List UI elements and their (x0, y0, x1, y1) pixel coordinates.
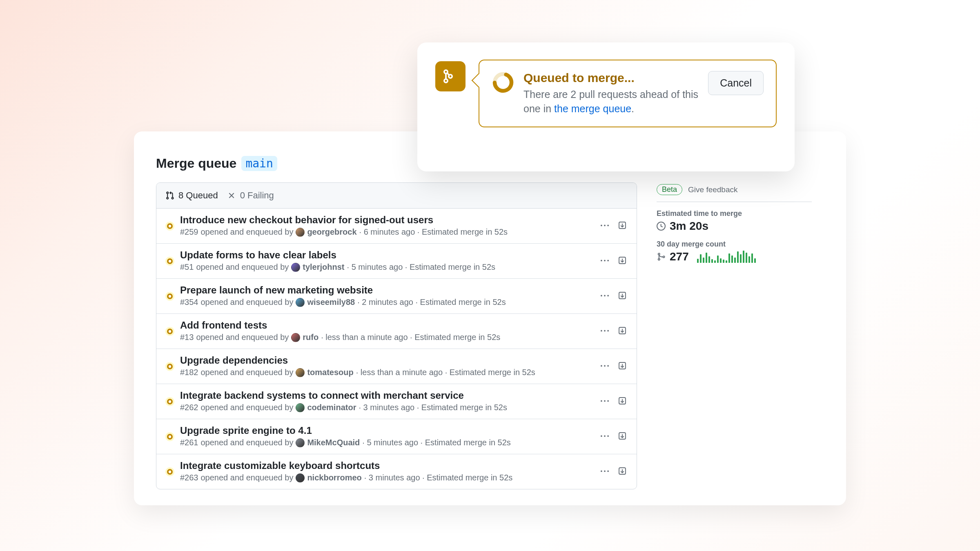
dequeue-button[interactable] (618, 256, 628, 266)
svg-point-30 (169, 470, 171, 473)
status-pending-icon (165, 327, 174, 336)
queue-item[interactable]: Integrate backend systems to connect wit… (156, 384, 637, 419)
queue-item[interactable]: Integrate customizable keyboard shortcut… (156, 454, 637, 489)
author-link[interactable]: tylerjohnst (303, 262, 344, 272)
queue-item[interactable]: Add frontend tests #13 opened and enqueu… (156, 314, 637, 349)
svg-point-2 (169, 224, 171, 227)
queue-item[interactable]: Update forms to have clear labels #51 op… (156, 244, 637, 279)
page-title: Merge queue (156, 156, 236, 171)
spinner-icon (492, 71, 514, 94)
merge-count-label: 30 day merge count (657, 240, 812, 249)
queue-item[interactable]: Upgrade dependencies #182 opened and enq… (156, 349, 637, 384)
item-meta: #13 opened and enqueued by rufo · less t… (180, 333, 599, 342)
svg-point-22 (169, 400, 171, 402)
svg-point-14 (169, 330, 171, 332)
clock-icon (657, 222, 666, 231)
dequeue-button[interactable] (618, 467, 628, 476)
kebab-menu-button[interactable] (599, 220, 610, 231)
author-link[interactable]: tomatesoup (307, 368, 353, 377)
pr-number[interactable]: #261 (180, 438, 198, 447)
pr-number[interactable]: #51 (180, 262, 194, 272)
pr-number[interactable]: #259 (180, 227, 198, 237)
queued-count: 8 Queued (178, 190, 218, 201)
beta-badge: Beta (657, 184, 682, 195)
author-link[interactable]: MikeMcQuaid (307, 438, 360, 447)
callout-desc: There are 2 pull requests ahead of this … (523, 87, 699, 116)
status-pending-icon (165, 467, 174, 476)
merge-count-row: 277 (657, 250, 812, 263)
git-merge-queue-icon (441, 67, 459, 85)
author-link[interactable]: georgebrock (307, 227, 356, 237)
item-title[interactable]: Prepare launch of new marketing website (180, 284, 599, 296)
avatar[interactable] (296, 368, 305, 377)
item-meta: #354 opened and enqueued by wiseemily88 … (180, 298, 599, 307)
kebab-menu-button[interactable] (599, 255, 610, 267)
queued-callout: Queued to merge... There are 2 pull requ… (417, 42, 795, 171)
queue-item[interactable]: Prepare launch of new marketing website … (156, 279, 637, 314)
status-pending-icon (165, 432, 174, 441)
kebab-menu-button[interactable] (599, 325, 610, 337)
avatar[interactable] (296, 298, 305, 307)
item-title[interactable]: Add frontend tests (180, 320, 599, 331)
pr-number[interactable]: #262 (180, 403, 198, 412)
merge-queue-card: Merge queue main 8 Queued 0 Failing Intr… (134, 131, 846, 505)
status-pending-icon (165, 257, 174, 266)
author-link[interactable]: codeminator (307, 403, 356, 412)
svg-point-18 (169, 365, 171, 367)
queue-item[interactable]: Upgrade sprite engine to 4.1 #261 opened… (156, 419, 637, 454)
author-link[interactable]: rufo (303, 333, 318, 342)
git-pull-request-icon (165, 191, 174, 200)
avatar[interactable] (296, 228, 305, 237)
item-title[interactable]: Update forms to have clear labels (180, 249, 599, 261)
avatar[interactable] (296, 403, 305, 412)
kebab-menu-button[interactable] (599, 466, 610, 477)
author-link[interactable]: wiseemily88 (307, 298, 355, 307)
merge-queue-link[interactable]: the merge queue (554, 103, 631, 114)
dequeue-button[interactable] (618, 326, 628, 336)
give-feedback-link[interactable]: Give feedback (688, 185, 737, 194)
queue-list: Introduce new checkout behavior for sign… (156, 209, 637, 489)
sparkline-chart (697, 251, 756, 263)
cancel-button[interactable]: Cancel (708, 71, 764, 95)
avatar[interactable] (291, 263, 300, 272)
kebab-menu-button[interactable] (599, 395, 610, 407)
item-title[interactable]: Integrate backend systems to connect wit… (180, 390, 599, 401)
queue-item[interactable]: Introduce new checkout behavior for sign… (156, 209, 637, 244)
merge-queue-badge (435, 61, 466, 91)
dequeue-button[interactable] (618, 431, 628, 441)
item-meta: #263 opened and enqueued by nickborromeo… (180, 473, 599, 482)
item-meta: #259 opened and enqueued by georgebrock … (180, 227, 599, 237)
beta-row: Beta Give feedback (657, 184, 812, 202)
kebab-menu-button[interactable] (599, 360, 610, 372)
status-pending-icon (165, 397, 174, 406)
failing-stat: 0 Failing (227, 190, 274, 201)
avatar[interactable] (296, 473, 305, 482)
eta-label: Estimated time to merge (657, 209, 812, 218)
status-pending-icon (165, 362, 174, 371)
queue-header: 8 Queued 0 Failing (156, 183, 637, 209)
pr-number[interactable]: #263 (180, 473, 198, 482)
pr-number[interactable]: #354 (180, 298, 198, 307)
kebab-menu-button[interactable] (599, 290, 610, 302)
dequeue-button[interactable] (618, 361, 628, 371)
dequeue-button[interactable] (618, 396, 628, 406)
item-meta: #262 opened and enqueued by codeminator … (180, 403, 599, 412)
avatar[interactable] (291, 333, 300, 342)
pr-number[interactable]: #182 (180, 368, 198, 377)
pr-number[interactable]: #13 (180, 333, 194, 342)
content-row: 8 Queued 0 Failing Introduce new checkou… (156, 182, 824, 489)
item-meta: #182 opened and enqueued by tomatesoup ·… (180, 368, 599, 377)
branch-tag[interactable]: main (241, 156, 277, 171)
item-title[interactable]: Upgrade sprite engine to 4.1 (180, 425, 599, 436)
avatar[interactable] (296, 438, 305, 447)
callout-box: Queued to merge... There are 2 pull requ… (479, 60, 777, 127)
item-title[interactable]: Introduce new checkout behavior for sign… (180, 214, 599, 226)
dequeue-button[interactable] (618, 291, 628, 301)
author-link[interactable]: nickborromeo (307, 473, 361, 482)
item-title[interactable]: Upgrade dependencies (180, 355, 599, 366)
callout-title: Queued to merge... (523, 71, 699, 85)
dequeue-button[interactable] (618, 221, 628, 231)
eta-value-row: 3m 20s (657, 220, 812, 233)
item-title[interactable]: Integrate customizable keyboard shortcut… (180, 460, 599, 471)
kebab-menu-button[interactable] (599, 431, 610, 442)
